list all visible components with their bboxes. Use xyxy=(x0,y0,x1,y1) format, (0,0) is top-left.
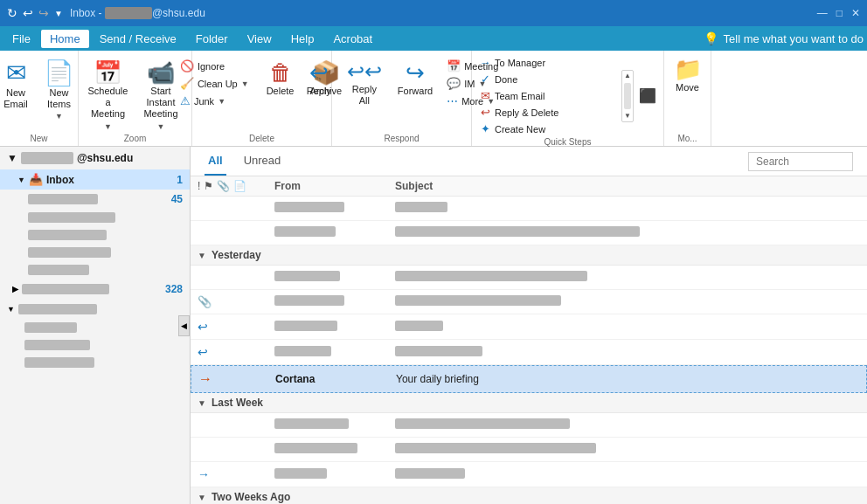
tab-all[interactable]: All xyxy=(205,147,226,176)
forward-arrow-cortana: → xyxy=(198,371,212,387)
ignore-button[interactable]: 🚫 Ignore xyxy=(175,58,254,74)
header-flag-icon: ⚑ xyxy=(204,180,213,192)
more-button[interactable]: ⋯ More ▼ xyxy=(441,93,503,109)
folder3-label xyxy=(28,230,107,240)
meeting-label: Meeting xyxy=(464,61,498,72)
email-icons-cortana: → xyxy=(198,371,268,387)
email-row-cortana[interactable]: → Cortana Your daily briefing xyxy=(191,365,867,393)
attach-icon-y2: 📎 xyxy=(198,295,212,308)
sidebar-item-folder4[interactable] xyxy=(0,244,190,261)
qs-scroll-up[interactable]: ▲ xyxy=(622,72,633,79)
menu-folder[interactable]: Folder xyxy=(187,30,237,48)
minimize-icon[interactable]: — xyxy=(817,7,828,19)
sidebar-item-inbox[interactable]: ▼ 📥 Inbox 1 xyxy=(0,169,190,190)
sidebar-item-folder2[interactable] xyxy=(0,209,190,226)
sidebar-item-folder1[interactable]: 45 xyxy=(0,190,190,209)
section-yesterday[interactable]: ▼ Yesterday xyxy=(191,245,867,266)
schedule-meeting-button[interactable]: 📅 Schedule aMeeting ▼ xyxy=(83,58,133,135)
email-from-today1 xyxy=(274,202,388,215)
email-row-lw3[interactable]: → xyxy=(191,462,867,487)
email-subject-y3 xyxy=(395,321,860,334)
dropdown-icon[interactable]: ▼ xyxy=(54,9,63,18)
email-row-lw2[interactable] xyxy=(191,438,867,462)
email-subject-y1 xyxy=(395,271,860,284)
sidebar-inner: ◀ ▼ @shsu.edu ▼ 📥 Inbox 1 45 xyxy=(0,147,190,504)
email-row-y1[interactable] xyxy=(191,266,867,290)
move-button[interactable]: 📁 Move xyxy=(669,54,707,97)
sidebar-collapse-button[interactable]: ◀ xyxy=(178,315,190,336)
new-email-label: NewEmail xyxy=(3,87,28,110)
email-icons-lw3: → xyxy=(198,467,267,481)
sidebar-item-sf3[interactable] xyxy=(0,354,190,371)
email-subject-cortana: Your daily briefing xyxy=(396,373,859,385)
header-type-icon: 📄 xyxy=(233,180,246,192)
menu-view[interactable]: View xyxy=(239,30,281,48)
tab-unread[interactable]: Unread xyxy=(240,147,285,176)
clean-up-dropdown: ▼ xyxy=(241,79,249,88)
email-row-lw1[interactable] xyxy=(191,413,867,438)
ribbon-group-move: 📁 Move Mo... xyxy=(664,51,711,146)
reply-all-button[interactable]: ↩↩ ReplyAll xyxy=(340,58,389,110)
yesterday-label: Yesterday xyxy=(212,249,261,261)
close-icon[interactable]: ✕ xyxy=(851,7,860,19)
schedule-meeting-label: Schedule aMeeting ▼ xyxy=(88,86,128,132)
sidebar-group1-header[interactable]: ▶ 328 xyxy=(0,279,190,300)
respond-group-label: Respond xyxy=(332,134,471,143)
clean-up-label: Clean Up xyxy=(198,79,238,89)
group1-badge: 328 xyxy=(165,283,183,295)
email-row-today1[interactable] xyxy=(191,197,867,221)
new-email-button[interactable]: ✉ NewEmail xyxy=(0,58,35,114)
two-weeks-ago-chevron: ▼ xyxy=(198,493,206,502)
sidebar-item-folder3[interactable] xyxy=(0,226,190,244)
last-week-label: Last Week xyxy=(212,397,263,409)
im-button[interactable]: 💬 IM ▼ xyxy=(441,75,503,92)
email-search-input[interactable] xyxy=(748,152,853,171)
schedule-meeting-icon: 📅 xyxy=(94,61,121,84)
ribbon-group-respond: ↩ Reply ↩↩ ReplyAll ↪ Forward 📅 Meeting … xyxy=(332,51,472,146)
menu-send-receive[interactable]: Send / Receive xyxy=(91,30,185,48)
email-row-y3[interactable]: ↩ xyxy=(191,314,867,340)
ribbon-group-new: ✉ NewEmail 📄 NewItems ▼ New xyxy=(0,51,79,146)
qs-expand-button[interactable]: ⬛ xyxy=(635,87,660,104)
email-from-lw3 xyxy=(274,468,388,481)
delete-button[interactable]: 🗑 Delete xyxy=(260,58,302,100)
tell-me-bar[interactable]: 💡 Tell me what you want to do xyxy=(704,31,864,45)
menu-home[interactable]: Home xyxy=(41,30,89,48)
junk-label: Junk xyxy=(194,96,214,107)
undo-icon[interactable]: ↩ xyxy=(23,6,33,20)
section-last-week[interactable]: ▼ Last Week xyxy=(191,393,867,413)
email-subject-lw3 xyxy=(395,468,860,481)
email-from-lw1 xyxy=(274,418,388,432)
menu-help[interactable]: Help xyxy=(282,30,323,48)
sidebar-group2-header[interactable]: ▼ xyxy=(0,300,190,319)
reply-button[interactable]: ↩ Reply xyxy=(300,58,338,100)
main-layout: ◀ ▼ @shsu.edu ▼ 📥 Inbox 1 45 xyxy=(0,147,867,504)
new-items-button[interactable]: 📄 NewItems ▼ xyxy=(37,58,81,126)
menu-acrobat[interactable]: Acrobat xyxy=(324,30,381,48)
email-subject-y2 xyxy=(395,295,860,308)
sidebar-item-sf1[interactable] xyxy=(0,319,190,336)
junk-button[interactable]: ⚠ Junk ▼ xyxy=(175,93,254,109)
section-two-weeks-ago[interactable]: ▼ Two Weeks Ago xyxy=(191,487,867,504)
email-row-today2[interactable] xyxy=(191,221,867,245)
tell-me-icon: 💡 xyxy=(704,31,718,45)
email-row-y2[interactable]: 📎 xyxy=(191,290,867,314)
new-items-label: NewItems ▼ xyxy=(44,87,74,122)
qs-scroll-down[interactable]: ▼ xyxy=(622,113,633,120)
meeting-button[interactable]: 📅 Meeting xyxy=(441,58,503,74)
email-row-y4[interactable]: ↩ xyxy=(191,340,867,365)
sidebar-item-folder5[interactable] xyxy=(0,261,190,279)
sidebar-item-sf2[interactable] xyxy=(0,336,190,354)
header-attachment-icon: 📎 xyxy=(217,180,230,192)
maximize-icon[interactable]: □ xyxy=(836,7,843,19)
menu-file[interactable]: File xyxy=(3,30,39,48)
clean-up-button[interactable]: 🧹 Clean Up ▼ xyxy=(175,75,254,92)
reply-label: Reply xyxy=(307,86,331,97)
forward-button[interactable]: ↪ Forward xyxy=(391,58,440,100)
account-header[interactable]: ▼ @shsu.edu xyxy=(0,147,190,169)
quick-steps-scrollbar: ▲ ▼ xyxy=(621,70,634,122)
redo-icon[interactable]: ↪ xyxy=(38,6,49,20)
refresh-icon[interactable]: ↻ xyxy=(7,6,17,20)
email-subject-lw2 xyxy=(395,443,860,456)
delete-sub-buttons: 🚫 Ignore 🧹 Clean Up ▼ ⚠ Junk ▼ xyxy=(175,58,254,109)
